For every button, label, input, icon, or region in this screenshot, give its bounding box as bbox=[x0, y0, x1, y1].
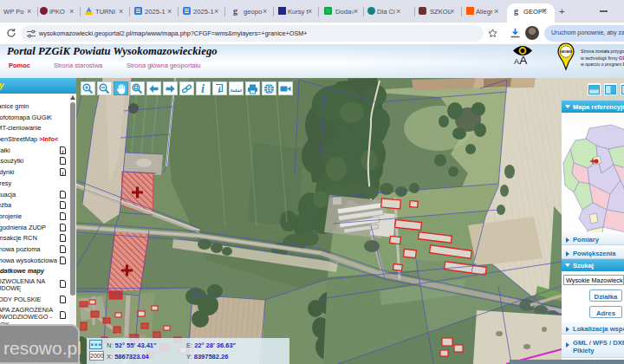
svg-text:GEOBID: GEOBID bbox=[560, 50, 573, 54]
